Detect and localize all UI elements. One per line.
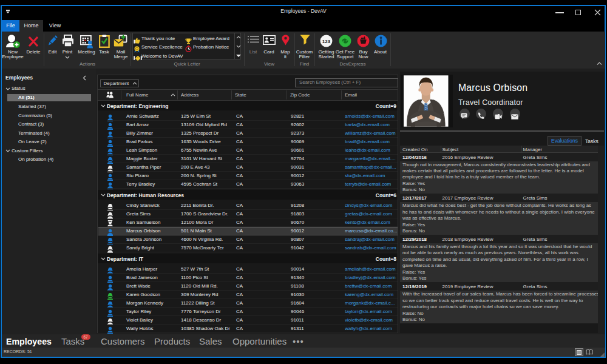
- svg-text:123: 123: [322, 39, 331, 44]
